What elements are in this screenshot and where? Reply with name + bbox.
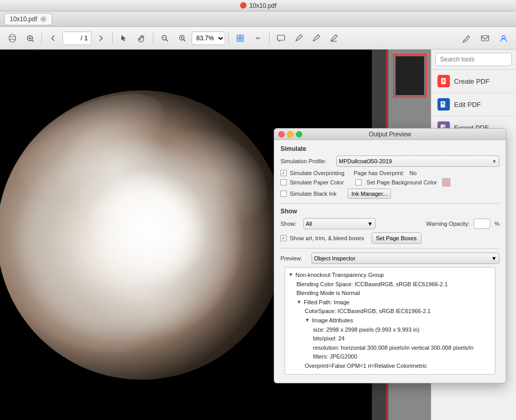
percent-label: % bbox=[494, 221, 499, 227]
svg-rect-15 bbox=[237, 35, 240, 38]
warning-opacity-label: Warning Opacity: bbox=[426, 221, 470, 227]
tree-row-2: Blending Mode is Normal bbox=[288, 289, 492, 298]
dialog-minimize-button[interactable] bbox=[287, 131, 293, 137]
tab-close-button[interactable]: × bbox=[40, 16, 46, 22]
dialog-controls bbox=[278, 131, 302, 137]
dialog-titlebar: Output Preview bbox=[274, 129, 506, 140]
simulate-overprinting-label: Simulate Overprinting bbox=[290, 170, 345, 176]
title-bar: 🔴 10x10.pdf bbox=[0, 0, 516, 11]
tree-row-4: ColorSpace: ICCBasedRGB, sRGB IEC61966-2… bbox=[288, 307, 492, 316]
show-art-trim-bleed-checkbox[interactable] bbox=[280, 235, 287, 241]
tree-text-5: Image Attributes bbox=[312, 316, 353, 325]
toolbar: 1 / 1 83.7% ⇔ bbox=[0, 27, 516, 50]
page-input[interactable]: 1 bbox=[66, 35, 79, 42]
simulate-black-ink-checkbox[interactable] bbox=[280, 191, 287, 197]
fill-sign-button[interactable] bbox=[458, 30, 475, 46]
zoom-out-button[interactable] bbox=[157, 30, 173, 46]
toolbar-separator-5 bbox=[269, 32, 270, 44]
dialog-maximize-button[interactable] bbox=[296, 131, 302, 137]
show-section-title: Show bbox=[280, 208, 499, 215]
simulate-section-title: Simulate bbox=[280, 145, 499, 152]
zoom-in-button[interactable] bbox=[174, 30, 191, 46]
user-button[interactable] bbox=[495, 30, 512, 46]
print-button[interactable] bbox=[4, 30, 21, 46]
next-page-button[interactable] bbox=[92, 30, 109, 46]
tree-panel: ▼ Non-knockout Transparency Group Blendi… bbox=[285, 267, 495, 375]
page-separator: / bbox=[81, 35, 82, 42]
ink-manager-button[interactable]: Ink Manager... bbox=[348, 189, 391, 199]
toolbar-right bbox=[458, 30, 512, 46]
hand-tool-button[interactable] bbox=[133, 30, 150, 46]
redact-button[interactable] bbox=[308, 30, 324, 46]
tree-text-10: Overprint=False OPM=1 ri=Relative Colori… bbox=[305, 362, 427, 371]
preview-arrow: ▼ bbox=[491, 255, 497, 261]
tree-arrow-3: ▼ bbox=[296, 298, 302, 306]
simulation-profile-label: Simulation Profile: bbox=[280, 158, 332, 164]
tree-text-9: filters: JPEG2000 bbox=[313, 352, 357, 362]
simulate-paper-color-checkbox[interactable] bbox=[280, 179, 287, 185]
show-art-trim-bleed-row: Show art, trim, & bleed boxes Set Page B… bbox=[280, 232, 499, 244]
simulate-black-ink-label: Simulate Black Ink bbox=[290, 191, 336, 197]
edit-pdf-icon bbox=[437, 98, 450, 111]
send-button[interactable] bbox=[477, 30, 493, 46]
simulation-profile-select[interactable]: MPDullcoat350-2019 ▼ bbox=[336, 155, 499, 167]
show-value: All bbox=[306, 221, 312, 227]
zoom-select[interactable]: 83.7% bbox=[192, 32, 225, 45]
comment-button[interactable] bbox=[273, 30, 289, 46]
tool-item-create-pdf[interactable]: Create PDF bbox=[431, 70, 516, 93]
svg-rect-2 bbox=[10, 35, 14, 37]
simulate-paper-color-label: Simulate Paper Color bbox=[290, 179, 344, 185]
preview-label: Preview: bbox=[280, 255, 307, 261]
set-page-boxes-button[interactable]: Set Page Boxes bbox=[371, 232, 421, 244]
dialog-body: Simulate Simulation Profile: MPDullcoat3… bbox=[274, 140, 506, 383]
dialog-divider-1 bbox=[280, 203, 499, 204]
fit-width-button[interactable]: ⇔ bbox=[249, 30, 266, 46]
tree-text-8: resolution: horizontal 300.008 pixels/in… bbox=[313, 344, 474, 353]
tree-text-3: Filled Path: Image bbox=[304, 298, 350, 307]
tab-10x10[interactable]: 10x10.pdf × bbox=[4, 13, 52, 25]
toolbar-separator-2 bbox=[112, 32, 113, 44]
preview-select[interactable]: Object Inspector ▼ bbox=[311, 253, 499, 264]
tool-item-edit-pdf[interactable]: Edit PDF bbox=[431, 93, 516, 116]
dialog-close-button[interactable] bbox=[278, 131, 285, 137]
prev-page-button[interactable] bbox=[45, 30, 61, 46]
stamp-button[interactable] bbox=[325, 30, 342, 46]
search-tools-input[interactable] bbox=[435, 53, 512, 66]
simulate-paper-color-row: Simulate Paper Color Set Page Background… bbox=[280, 178, 499, 186]
show-label: Show: bbox=[280, 221, 299, 227]
fit-page-button[interactable] bbox=[232, 30, 248, 46]
page-bg-color-swatch[interactable] bbox=[442, 178, 450, 186]
edit-pdf-label: Edit PDF bbox=[454, 101, 481, 108]
window-title: 🔴 10x10.pdf bbox=[240, 2, 277, 9]
simulate-overprinting-checkbox[interactable] bbox=[280, 170, 287, 176]
cursor-tool-button[interactable] bbox=[116, 30, 132, 46]
warning-opacity-input[interactable]: 100 bbox=[474, 219, 490, 229]
set-page-bg-color-checkbox[interactable] bbox=[355, 179, 362, 185]
page-thumbnail[interactable] bbox=[393, 54, 427, 98]
simulation-profile-arrow: ▼ bbox=[492, 159, 497, 164]
tree-text-4: ColorSpace: ICCBasedRGB, sRGB IEC61966-2… bbox=[305, 307, 431, 316]
tree-row-6: size: 2998 x 2998 pixels (9.993 x 9.993 … bbox=[288, 325, 492, 335]
tree-row-8: resolution: horizontal 300.008 pixels/in… bbox=[288, 344, 492, 353]
simulate-overprinting-row: Simulate Overprinting Page has Overprint… bbox=[280, 170, 499, 176]
svg-rect-20 bbox=[481, 36, 489, 41]
simulation-profile-value: MPDullcoat350-2019 bbox=[339, 158, 392, 164]
tree-arrow-5: ▼ bbox=[305, 316, 310, 324]
tree-text-2: Blending Mode is Normal bbox=[296, 289, 360, 298]
toolbar-separator-3 bbox=[153, 32, 153, 44]
flower-image bbox=[0, 90, 286, 380]
pen-tool-button[interactable] bbox=[290, 30, 307, 46]
show-art-trim-bleed-label: Show art, trim, & bleed boxes bbox=[290, 235, 364, 241]
tree-row-5: ▼ Image Attributes bbox=[288, 316, 492, 325]
tree-row-3: ▼ Filled Path: Image bbox=[288, 298, 492, 307]
title-text: 10x10.pdf bbox=[249, 2, 277, 9]
zoom-fit-button[interactable] bbox=[22, 30, 38, 46]
svg-line-9 bbox=[166, 39, 168, 41]
svg-rect-23 bbox=[441, 101, 445, 107]
toolbar-separator-4 bbox=[228, 32, 229, 44]
output-preview-dialog: Output Preview Simulate Simulation Profi… bbox=[274, 128, 506, 383]
toolbar-separator-1 bbox=[41, 32, 42, 44]
show-select[interactable]: All ▼ bbox=[303, 218, 376, 229]
svg-point-21 bbox=[502, 36, 505, 39]
tree-text-1: Blending Color Space: ICCBasedRGB, sRGB … bbox=[296, 280, 448, 289]
